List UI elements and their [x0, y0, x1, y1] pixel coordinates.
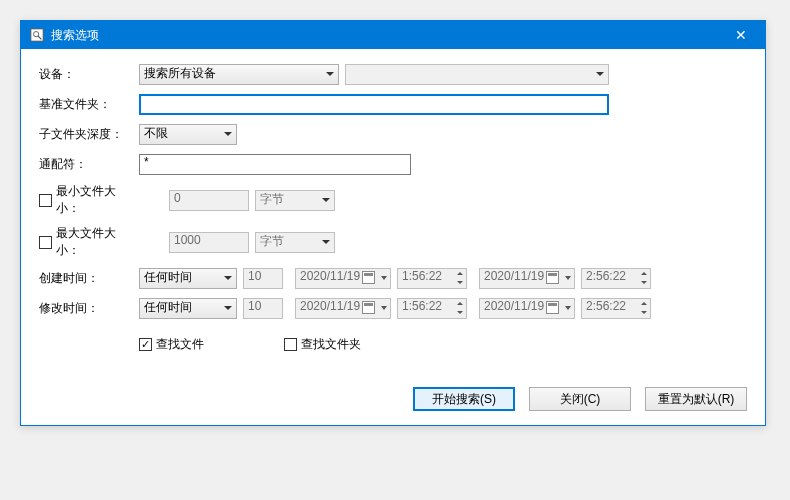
- checkbox-box: [284, 338, 297, 351]
- calendar-icon: [362, 271, 375, 284]
- device-secondary-select: [345, 64, 609, 85]
- min-size-unit-select: 字节: [255, 190, 335, 211]
- spinner-icon: [637, 269, 650, 288]
- calendar-icon: [546, 271, 559, 284]
- min-size-row: 最小文件大小：: [39, 183, 139, 217]
- max-size-input: 1000: [169, 232, 249, 253]
- dialog-content: 设备： 搜索所有设备 基准文件夹： 子文件夹深度： 不限 通配符： * 最小文件…: [21, 49, 765, 377]
- find-files-checkbox[interactable]: 查找文件: [139, 336, 204, 353]
- find-folders-checkbox[interactable]: 查找文件夹: [284, 336, 361, 353]
- device-select[interactable]: 搜索所有设备: [139, 64, 339, 85]
- create-time-mode-select[interactable]: 任何时间: [139, 268, 237, 289]
- base-folder-label: 基准文件夹：: [39, 96, 139, 113]
- min-size-checkbox[interactable]: 最小文件大小：: [39, 183, 139, 217]
- max-size-label: 最大文件大小：: [56, 225, 139, 259]
- wildcard-input[interactable]: *: [139, 154, 411, 175]
- find-folders-label: 查找文件夹: [301, 336, 361, 353]
- device-label: 设备：: [39, 66, 139, 83]
- calendar-icon: [546, 301, 559, 314]
- start-search-button[interactable]: 开始搜索(S): [413, 387, 515, 411]
- create-time-label: 创建时间：: [39, 270, 139, 287]
- modify-time-label: 修改时间：: [39, 300, 139, 317]
- subfolder-depth-label: 子文件夹深度：: [39, 126, 139, 143]
- close-icon[interactable]: ✕: [725, 27, 757, 43]
- checkbox-box: [39, 194, 52, 207]
- checkbox-box: [139, 338, 152, 351]
- spinner-icon: [453, 269, 466, 288]
- chevron-down-icon: [377, 269, 390, 288]
- app-icon: [29, 27, 45, 43]
- search-options-dialog: 搜索选项 ✕ 设备： 搜索所有设备 基准文件夹： 子文件夹深度： 不限 通配符：…: [20, 20, 766, 426]
- chevron-down-icon: [377, 299, 390, 318]
- max-size-checkbox[interactable]: 最大文件大小：: [39, 225, 139, 259]
- max-size-unit-select: 字节: [255, 232, 335, 253]
- base-folder-input[interactable]: [139, 94, 609, 115]
- calendar-icon: [362, 301, 375, 314]
- create-time-n-input: 10: [243, 268, 283, 289]
- chevron-down-icon: [561, 269, 574, 288]
- button-bar: 开始搜索(S) 关闭(C) 重置为默认(R): [21, 377, 765, 425]
- min-size-input: 0: [169, 190, 249, 211]
- find-files-label: 查找文件: [156, 336, 204, 353]
- checkbox-box: [39, 236, 52, 249]
- spinner-icon: [637, 299, 650, 318]
- subfolder-depth-select[interactable]: 不限: [139, 124, 237, 145]
- window-title: 搜索选项: [51, 27, 725, 44]
- chevron-down-icon: [561, 299, 574, 318]
- modify-time-n-input: 10: [243, 298, 283, 319]
- reset-default-button[interactable]: 重置为默认(R): [645, 387, 747, 411]
- close-button[interactable]: 关闭(C): [529, 387, 631, 411]
- modify-time-mode-select[interactable]: 任何时间: [139, 298, 237, 319]
- min-size-label: 最小文件大小：: [56, 183, 139, 217]
- max-size-row: 最大文件大小：: [39, 225, 139, 259]
- wildcard-label: 通配符：: [39, 156, 139, 173]
- spinner-icon: [453, 299, 466, 318]
- titlebar[interactable]: 搜索选项 ✕: [21, 21, 765, 49]
